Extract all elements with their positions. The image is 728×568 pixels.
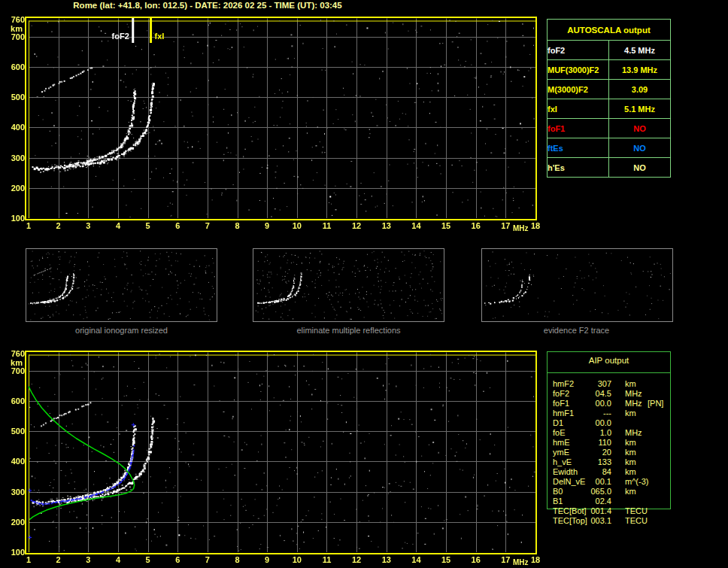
- aip-row-value: ---: [569, 409, 611, 418]
- station-title: Rome (lat: +41.8, lon: 012.5) - DATE: 20…: [0, 1, 415, 10]
- autoscala-label: foF2: [548, 41, 609, 60]
- aip-row: h_vE133km: [548, 457, 670, 467]
- autoscala-value: 5.1 MHz: [609, 99, 671, 119]
- thumbnail-caption-eliminate: eliminate multiple reflections: [253, 326, 444, 335]
- aip-row-value: 00.1: [569, 477, 611, 487]
- aip-row: ymE20km: [548, 448, 670, 457]
- autoscala-title: AUTOSCALA output: [548, 20, 671, 41]
- autoscala-value: NO: [609, 119, 671, 138]
- thumbnail-caption-original: original ionogram resized: [26, 326, 217, 335]
- autoscala-label: M(3000)F2: [548, 80, 609, 99]
- thumbnail-eliminate-canvas: [253, 249, 444, 321]
- autoscala-row-m3000f2: M(3000)F23.09: [548, 80, 671, 99]
- autoscala-value: 13.9 MHz: [609, 60, 671, 80]
- autoscala-value: 4.5 MHz: [609, 41, 671, 60]
- aip-row: DelN_vE00.1m^(-3): [548, 477, 670, 487]
- aip-row: hmE110km: [548, 438, 670, 448]
- aip-row: hmF2307km: [548, 379, 670, 389]
- aip-row: hmF1---km: [548, 409, 670, 418]
- aip-row-unit: km: [625, 487, 636, 497]
- aip-row-label: foF1: [553, 399, 569, 409]
- aip-row-unit: TECU: [625, 506, 648, 516]
- aip-row-value: 20: [569, 448, 611, 457]
- autoscala-value: NO: [609, 158, 671, 178]
- aip-row: Ewidth84km: [548, 467, 670, 477]
- aip-title: AIP output: [548, 356, 670, 365]
- thumbnail-evidence-canvas: [482, 249, 672, 321]
- aip-row-unit: km: [625, 409, 636, 418]
- aip-row-unit: km: [625, 379, 636, 389]
- aip-row: foF204.5MHz: [548, 389, 670, 399]
- aip-row-label: foF2: [553, 389, 569, 399]
- aip-row-label: ymE: [553, 448, 569, 457]
- aip-row-value: 00.0: [569, 399, 611, 409]
- aip-row-unit: MHz: [625, 399, 642, 409]
- autoscala-row-fof2: foF24.5 MHz: [548, 41, 671, 60]
- autoscala-label: MUF(3000)F2: [548, 60, 609, 80]
- aip-row-value: 84: [569, 467, 611, 477]
- aip-row-unit: MHz: [625, 428, 642, 438]
- autoscala-row-ftes: ftEsNO: [548, 138, 671, 158]
- aip-row-value: 02.4: [569, 497, 611, 506]
- autoscala-label: h'Es: [548, 158, 609, 178]
- thumbnail-original-ionogram: [26, 248, 217, 322]
- aip-row: TEC[Bot]001.4TECU: [548, 506, 670, 516]
- aip-header-divider: [548, 372, 670, 373]
- autoscala-row-muf3000f2: MUF(3000)F213.9 MHz: [548, 60, 671, 80]
- aip-row-label: B1: [553, 497, 563, 506]
- aip-table: AIP output hmF2307kmfoF204.5MHzfoF100.0M…: [547, 351, 671, 509]
- aip-rows: hmF2307kmfoF204.5MHzfoF100.0MHz[PN]hmF1-…: [548, 379, 670, 526]
- aip-row-unit: km: [625, 457, 636, 467]
- aip-row-label: D1: [553, 418, 563, 428]
- autoscala-row-fxi: fxI5.1 MHz: [548, 99, 671, 119]
- thumbnail-evidence-f2: [481, 248, 673, 322]
- aip-row-value: 133: [569, 457, 611, 467]
- autoscala-value: NO: [609, 138, 671, 158]
- aip-row: B102.4: [548, 497, 670, 506]
- aip-row-value: 003.1: [569, 516, 611, 526]
- autoscala-output-screen: Rome (lat: +41.8, lon: 012.5) - DATE: 20…: [0, 0, 728, 568]
- aip-row-value: 110: [569, 438, 611, 448]
- autoscala-label: ftEs: [548, 138, 609, 158]
- aip-row-unit: km: [625, 448, 636, 457]
- autoscala-table: AUTOSCALA output foF24.5 MHz MUF(3000)F2…: [547, 19, 671, 178]
- aip-row-label: foE: [553, 428, 566, 438]
- thumbnail-original-canvas: [26, 249, 217, 321]
- aip-row: foE1.0MHz: [548, 428, 670, 438]
- aip-row-label: B0: [553, 487, 563, 497]
- thumbnail-caption-evidence: evidence F2 trace: [481, 326, 672, 335]
- autoscala-row-hes: h'EsNO: [548, 158, 671, 178]
- aip-row-unit: m^(-3): [625, 477, 648, 487]
- aip-row-value: 1.0: [569, 428, 611, 438]
- aip-row-value: 04.5: [569, 389, 611, 399]
- aip-row-value: 307: [569, 379, 611, 389]
- aip-row: TEC[Top]003.1TECU: [548, 516, 670, 526]
- aip-row-value: 00.0: [569, 418, 611, 428]
- aip-row-unit: km: [625, 467, 636, 477]
- aip-row-value: 001.4: [569, 506, 611, 516]
- aip-row-value: 065.0: [569, 487, 611, 497]
- aip-row: D100.0: [548, 418, 670, 428]
- autoscala-row-fof1: foF1NO: [548, 119, 671, 138]
- aip-row-unit: km: [625, 438, 636, 448]
- aip-row: foF100.0MHz[PN]: [548, 399, 670, 409]
- autoscala-label: foF1: [548, 119, 609, 138]
- bottom-ionogram-canvas: [0, 346, 544, 568]
- aip-row-note: [PN]: [648, 399, 663, 409]
- autoscala-value: 3.09: [609, 80, 671, 99]
- aip-row-unit: TECU: [625, 516, 648, 526]
- autoscala-header-row: AUTOSCALA output: [548, 20, 671, 41]
- aip-row: B0065.0km: [548, 487, 670, 497]
- thumbnail-eliminate-reflections: [253, 248, 444, 322]
- aip-row-unit: MHz: [625, 389, 642, 399]
- top-ionogram-canvas: [0, 12, 544, 235]
- aip-row-label: hmE: [553, 438, 570, 448]
- autoscala-label: fxI: [548, 99, 609, 119]
